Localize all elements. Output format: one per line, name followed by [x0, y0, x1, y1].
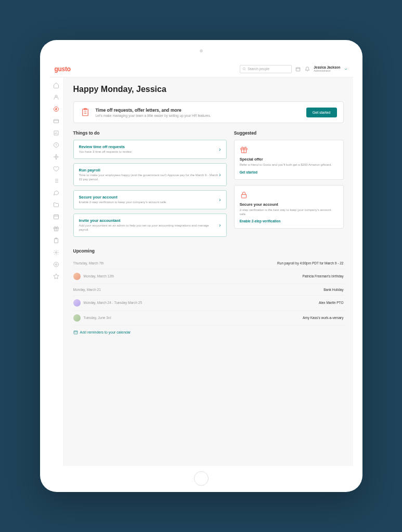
- page-title: Happy Monday, Jessica: [73, 85, 344, 94]
- main-content: Happy Monday, Jessica Time off requests,…: [64, 77, 353, 466]
- todo-title: Invite your accountant: [79, 218, 219, 223]
- todo-sub: Add your accountant as an admin to help …: [79, 224, 219, 232]
- todo-review-time-off[interactable]: Review time off requestsYou have 3 time …: [73, 140, 227, 159]
- search-input[interactable]: Search people: [240, 65, 292, 73]
- upcoming-info: Alex Martin PTO: [319, 301, 344, 304]
- avatar: [73, 299, 81, 307]
- sidebar-list-icon[interactable]: [53, 177, 60, 184]
- svg-rect-1: [296, 68, 300, 71]
- hr-banner: Time off requests, offer letters, and mo…: [73, 101, 344, 123]
- sidebar-gift-icon[interactable]: [53, 225, 60, 232]
- chevron-right-icon: ›: [219, 197, 221, 203]
- sidebar-payroll-icon[interactable]: [53, 105, 60, 113]
- todo-sub: Time to make your employees happy (and t…: [79, 174, 219, 182]
- gift-icon: [240, 145, 248, 154]
- todo-sub: Enable 2-step verification to keep your …: [79, 201, 167, 205]
- sidebar-clipboard-icon[interactable]: [53, 237, 60, 244]
- lock-icon: [240, 191, 248, 199]
- tablet-camera: [200, 49, 203, 52]
- tablet-frame: gusto Search people Jessica Jackson Admi…: [40, 40, 362, 492]
- user-name: Jessica Jackson: [314, 65, 340, 69]
- tablet-home-button[interactable]: [194, 471, 209, 486]
- upcoming-date: Tuesday, June 3rd: [84, 316, 111, 320]
- user-role: Administrator: [314, 69, 340, 72]
- suggested-special-offer: Special offer Refer a friend to Gusto an…: [234, 140, 344, 180]
- todo-secure-account[interactable]: Secure your accountEnable 2-step verific…: [73, 190, 227, 209]
- upcoming-date: Monday, March 12th: [84, 274, 114, 278]
- todo-title: Secure your account: [79, 195, 167, 200]
- sidebar-wallet-icon[interactable]: [53, 117, 60, 125]
- upcoming-section: Upcoming Thursday, March 7th Run payroll…: [73, 248, 344, 335]
- things-to-do-heading: Things to do: [73, 130, 227, 136]
- upcoming-row: Monday, March 12th Patricia Freeman's bi…: [73, 269, 344, 284]
- chevron-right-icon: ›: [219, 147, 221, 152]
- search-icon: [242, 67, 246, 71]
- sidebar-folder-icon[interactable]: [53, 201, 60, 208]
- card-sub: Refer a friend to Gusto and you'll both …: [240, 163, 338, 167]
- banner-title: Time off requests, offer letters, and mo…: [96, 108, 211, 113]
- sidebar-star-icon[interactable]: [53, 273, 60, 280]
- clipboard-icon: [80, 107, 90, 117]
- calendar-icon: [73, 330, 78, 335]
- svg-rect-4: [54, 119, 59, 123]
- card-title: Secure your account: [240, 202, 338, 207]
- sidebar-chat-icon[interactable]: [53, 189, 60, 196]
- avatar: [73, 314, 81, 322]
- chevron-right-icon: ›: [219, 222, 221, 228]
- add-reminders-label: Add reminders to your calendar: [80, 330, 131, 334]
- upcoming-info: Amy Kass's work-a-versary: [303, 316, 344, 320]
- sidebar-heart-icon[interactable]: [53, 165, 60, 172]
- todo-sub: You have 3 time off requests to review: [79, 150, 132, 154]
- sidebar-home-icon[interactable]: [53, 82, 60, 89]
- add-reminders-link[interactable]: Add reminders to your calendar: [73, 330, 344, 335]
- get-started-button[interactable]: Get started: [306, 108, 337, 117]
- todo-title: Review time off requests: [79, 144, 132, 149]
- svg-rect-17: [241, 194, 246, 198]
- sidebar-help-icon[interactable]: [53, 261, 60, 268]
- upcoming-info: Patricia Freeman's birthday: [303, 274, 344, 278]
- app-screen: gusto Search people Jessica Jackson Admi…: [49, 61, 353, 466]
- upcoming-info: Run payroll by 4:00pm PDT for March 9 - …: [277, 261, 343, 265]
- upcoming-date: Thursday, March 7th: [73, 261, 104, 265]
- bell-icon[interactable]: [304, 66, 310, 72]
- upcoming-row: Monday, March 21 Bank Holiday: [73, 284, 344, 296]
- upcoming-date: Monday, March 24 - Tuesday March 25: [84, 301, 142, 304]
- card-link[interactable]: Get started: [240, 170, 338, 174]
- upcoming-info: Bank Holiday: [323, 288, 343, 291]
- upcoming-row: Tuesday, June 3rd Amy Kass's work-a-vers…: [73, 311, 344, 326]
- sidebar-reports-icon[interactable]: [53, 129, 60, 137]
- suggested-secure-account: Secure your account 2-step verification …: [234, 185, 344, 229]
- sidebar-settings-icon[interactable]: [53, 249, 60, 256]
- card-link[interactable]: Enable 2-step verification: [240, 219, 338, 223]
- calendar-icon[interactable]: [295, 66, 301, 72]
- suggested-heading: Suggested: [234, 130, 344, 136]
- sidebar-calendar-icon[interactable]: [53, 213, 60, 220]
- svg-rect-18: [74, 331, 77, 334]
- user-menu[interactable]: Jessica Jackson Administrator: [314, 65, 347, 72]
- svg-rect-7: [54, 215, 59, 219]
- search-placeholder: Search people: [248, 67, 269, 71]
- sidebar: [49, 77, 64, 466]
- svg-point-11: [56, 252, 57, 254]
- chevron-right-icon: ›: [219, 172, 221, 178]
- upcoming-row: Thursday, March 7th Run payroll by 4:00p…: [73, 258, 344, 269]
- avatar: [73, 273, 81, 280]
- sidebar-time-icon[interactable]: [53, 141, 60, 149]
- sidebar-travel-icon[interactable]: [53, 153, 60, 161]
- svg-point-13: [56, 264, 57, 265]
- svg-point-12: [54, 262, 59, 267]
- todo-title: Run payroll: [79, 168, 219, 172]
- card-title: Special offer: [240, 157, 338, 162]
- upcoming-date: Monday, March 21: [73, 288, 101, 291]
- svg-point-0: [243, 68, 245, 70]
- todo-invite-accountant[interactable]: Invite your accountantAdd your accountan…: [73, 214, 227, 237]
- logo: gusto: [55, 65, 71, 73]
- topbar: gusto Search people Jessica Jackson Admi…: [49, 61, 353, 77]
- upcoming-heading: Upcoming: [73, 248, 344, 254]
- todo-run-payroll[interactable]: Run payrollTime to make your employees h…: [73, 163, 227, 187]
- chevron-down-icon: [344, 67, 348, 71]
- banner-subtitle: Let's make managing your team a little e…: [96, 114, 211, 117]
- sidebar-people-icon[interactable]: [53, 94, 60, 101]
- card-sub: 2-step verification is the best way to k…: [240, 208, 338, 217]
- upcoming-row: Monday, March 24 - Tuesday March 25 Alex…: [73, 296, 344, 311]
